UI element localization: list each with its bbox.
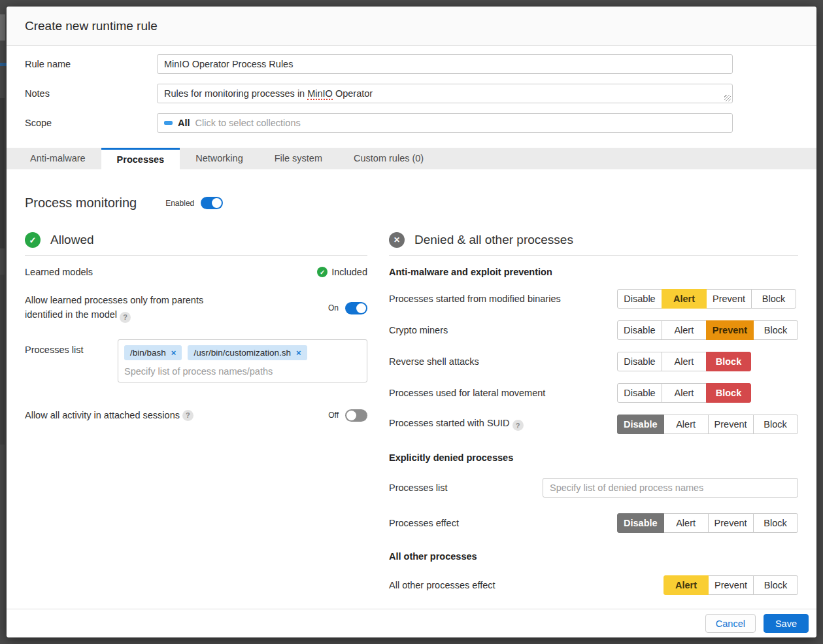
effect-option-prevent[interactable]: Prevent [706, 289, 752, 309]
rule-name-label: Rule name [25, 54, 157, 69]
effect-option-alert[interactable]: Alert [663, 415, 709, 434]
chip-label: /bin/bash [130, 348, 166, 358]
enabled-label: Enabled [165, 199, 194, 208]
processes-effect-label: Processes effect [389, 518, 617, 528]
effect-row: Processes started with SUID?DisableAlert… [389, 415, 798, 434]
scope-row: Scope All Click to select collections [25, 113, 798, 133]
collection-color-icon [164, 121, 173, 125]
scope-label: Scope [25, 113, 157, 128]
sessions-toggle[interactable] [345, 409, 367, 422]
process-chip: /usr/bin/customization.sh× [188, 345, 307, 360]
attached-sessions-label: Allow all activity in attached sessions? [25, 410, 193, 421]
save-button[interactable]: Save [764, 614, 809, 633]
processes-tab-content: Process monitoring Enabled ✓ Allowed Lea… [7, 169, 816, 609]
notes-row: Notes Rules for monitoring processes in … [25, 84, 798, 103]
tab-processes[interactable]: Processes [101, 148, 180, 169]
effect-segmented: DisableAlertPreventBlock [617, 415, 798, 434]
effect-row-label: Processes started with SUID? [389, 418, 617, 432]
all-other-effect-segmented: AlertPreventBlock [663, 575, 798, 595]
effect-row: Reverse shell attacksDisableAlertBlock [389, 352, 798, 371]
rule-name-input[interactable] [157, 54, 733, 74]
create-runtime-rule-dialog: Create new runtime rule Rule name Notes … [7, 7, 816, 637]
effect-option-block[interactable]: Block [751, 289, 796, 309]
effect-option-alert[interactable]: Alert [662, 320, 707, 340]
effect-row-label: Crypto miners [389, 325, 617, 335]
tab-anti-malware[interactable]: Anti-malware [14, 148, 101, 169]
effect-option-alert[interactable]: Alert [662, 383, 707, 403]
sessions-toggle-group: Off [328, 409, 367, 422]
learned-models-label: Learned models [25, 267, 93, 277]
denied-processes-input[interactable] [543, 478, 798, 498]
effect-row: Processes used for lateral movementDisab… [389, 383, 798, 403]
scope-all-chip[interactable]: All [178, 118, 190, 128]
allowed-section: ✓ Allowed Learned models ✓ Included Allo… [25, 232, 367, 595]
effect-option-block[interactable]: Block [753, 415, 798, 434]
effect-option-alert[interactable]: Alert [662, 289, 707, 309]
backdrop-fragment [0, 275, 5, 445]
effect-option-block[interactable]: Block [706, 352, 751, 371]
scope-placeholder: Click to select collections [195, 118, 301, 128]
notes-value: Rules for monitoring processes in MinIO … [164, 88, 373, 100]
processes-effect-row: Processes effect DisableAlertPreventBloc… [389, 513, 798, 533]
effect-option-disable[interactable]: Disable [617, 513, 664, 533]
effect-option-alert[interactable]: Alert [662, 352, 707, 371]
effect-option-disable[interactable]: Disable [617, 320, 662, 340]
tab-networking[interactable]: Networking [180, 148, 259, 169]
effect-option-block[interactable]: Block [706, 383, 751, 403]
process-monitoring-toggle[interactable] [201, 197, 223, 209]
denied-title: Denied & all other processes [414, 233, 573, 247]
chip-remove-icon[interactable]: × [171, 348, 176, 358]
effect-option-block[interactable]: Block [753, 575, 798, 595]
allowed-processes-input[interactable]: /bin/bash×/usr/bin/customization.sh× Spe… [118, 339, 367, 382]
denied-header: ✕ Denied & all other processes [389, 232, 798, 256]
effect-row: Crypto minersDisableAlertPreventBlock [389, 320, 798, 340]
process-monitoring-toggle-group: Enabled [165, 197, 223, 209]
toggle-knob [212, 198, 222, 208]
effect-option-disable[interactable]: Disable [617, 383, 662, 403]
effect-option-disable[interactable]: Disable [617, 415, 664, 434]
check-circle-icon: ✓ [25, 232, 41, 248]
effect-option-alert[interactable]: Alert [663, 575, 709, 595]
chip-remove-icon[interactable]: × [296, 348, 301, 358]
resize-handle-icon[interactable] [724, 95, 731, 101]
effect-option-prevent[interactable]: Prevent [708, 575, 754, 595]
learned-models-row: Learned models ✓ Included [25, 267, 367, 277]
effect-option-prevent[interactable]: Prevent [708, 513, 754, 533]
antimalware-rows: Processes started from modified binaries… [389, 289, 798, 434]
tab-custom-rules-0[interactable]: Custom rules (0) [338, 148, 439, 169]
all-other-subheader: All other processes [389, 551, 798, 562]
tab-file-system[interactable]: File system [259, 148, 338, 169]
backdrop-fragment [0, 14, 5, 41]
dialog-footer: Cancel Save [7, 609, 816, 637]
chip-label: /usr/bin/customization.sh [193, 348, 291, 358]
help-icon[interactable]: ? [182, 410, 193, 421]
effect-option-prevent[interactable]: Prevent [706, 320, 754, 340]
denied-processes-list-label: Processes list [389, 483, 543, 493]
dialog-title: Create new runtime rule [25, 19, 158, 33]
effect-option-alert[interactable]: Alert [663, 513, 709, 533]
backdrop-fragment [0, 63, 7, 66]
off-label: Off [328, 411, 339, 420]
cancel-button[interactable]: Cancel [705, 614, 756, 633]
processes-list-label: Processes list [25, 339, 118, 382]
parents-toggle[interactable] [345, 302, 367, 314]
help-icon[interactable]: ? [512, 420, 524, 431]
rule-tabs: Anti-malwareProcessesNetworkingFile syst… [7, 148, 816, 169]
effect-row-label: Reverse shell attacks [389, 356, 617, 367]
effect-option-disable[interactable]: Disable [617, 289, 662, 309]
process-monitoring-title: Process monitoring [25, 195, 137, 211]
notes-label: Notes [25, 84, 157, 99]
effect-segmented: DisableAlertPreventBlock [617, 289, 796, 309]
toggle-knob [356, 303, 366, 313]
effect-option-block[interactable]: Block [753, 513, 798, 533]
effect-option-disable[interactable]: Disable [617, 352, 662, 371]
scope-collections-input[interactable]: All Click to select collections [157, 113, 733, 133]
help-icon[interactable]: ? [120, 312, 131, 323]
allowed-processes-placeholder: Specify list of process names/paths [124, 366, 361, 377]
notes-textarea[interactable]: Rules for monitoring processes in MinIO … [157, 84, 733, 103]
misspelled-word: MinIO [307, 88, 333, 100]
effect-option-prevent[interactable]: Prevent [708, 415, 754, 434]
denied-processes-list-row: Processes list [389, 478, 798, 498]
process-monitoring-header: Process monitoring Enabled [25, 195, 798, 211]
effect-option-block[interactable]: Block [753, 320, 798, 340]
